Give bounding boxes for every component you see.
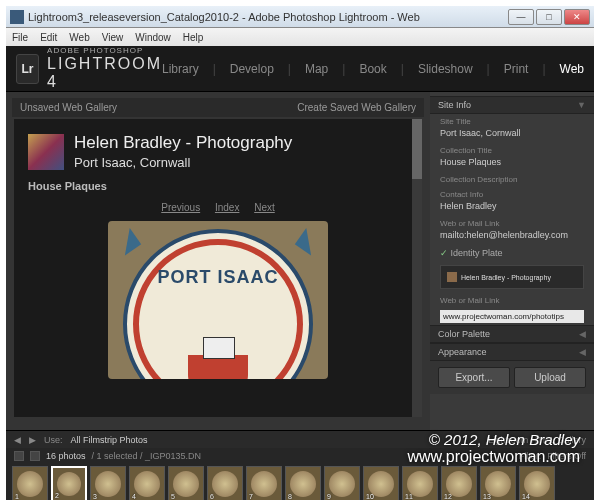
menu-window[interactable]: Window bbox=[135, 32, 171, 43]
template-name[interactable]: Lightroom HTML Gallery bbox=[488, 435, 586, 445]
gallery-status: Unsaved Web Gallery bbox=[20, 102, 117, 113]
thumb[interactable]: 14 bbox=[519, 466, 555, 500]
value-contact-info[interactable]: Helen Bradley bbox=[440, 199, 584, 213]
input-web-mail-link[interactable]: www.projectwoman.com/phototips bbox=[440, 310, 584, 323]
module-book[interactable]: Book bbox=[359, 62, 386, 76]
upload-button[interactable]: Upload bbox=[514, 367, 586, 388]
brand-line1: ADOBE PHOTOSHOP bbox=[47, 46, 162, 55]
preview-scrollbar[interactable] bbox=[412, 119, 422, 417]
thumb[interactable]: 12 bbox=[441, 466, 477, 500]
selection-info: / 1 selected / _IGP0135.DN bbox=[92, 451, 202, 461]
menu-bar: File Edit Web View Window Help bbox=[6, 28, 594, 46]
module-develop[interactable]: Develop bbox=[230, 62, 274, 76]
gallery-preview: Helen Bradley - Photography Port Isaac, … bbox=[14, 119, 422, 417]
photo-count: 16 photos bbox=[46, 451, 86, 461]
use-value[interactable]: All Filmstrip Photos bbox=[71, 435, 148, 445]
value-web-mail-link[interactable]: mailto:helen@helenbradley.com bbox=[440, 228, 584, 242]
minimize-button[interactable]: — bbox=[508, 9, 534, 25]
thumb[interactable]: 13 bbox=[480, 466, 516, 500]
panel-site-info[interactable]: Site Info bbox=[438, 100, 471, 110]
thumb[interactable]: 7 bbox=[246, 466, 282, 500]
export-button[interactable]: Export... bbox=[438, 367, 510, 388]
grid-icon[interactable] bbox=[14, 451, 24, 461]
gallery-collection: House Plaques bbox=[28, 180, 408, 192]
menu-edit[interactable]: Edit bbox=[40, 32, 57, 43]
thumb[interactable]: 8 bbox=[285, 466, 321, 500]
brand-line2: LIGHTROOM 4 bbox=[47, 55, 162, 91]
menu-view[interactable]: View bbox=[102, 32, 124, 43]
maximize-button[interactable]: □ bbox=[536, 9, 562, 25]
preview-image: ◢◢ PORT ISAAC bbox=[108, 221, 328, 379]
identity-plate-image bbox=[28, 134, 64, 170]
gallery-title: Helen Bradley - Photography bbox=[74, 133, 292, 153]
filmstrip[interactable]: 1 2 3 4 5 6 7 8 9 10 11 12 13 14 bbox=[6, 464, 594, 500]
label-contact-info: Contact Info bbox=[440, 190, 584, 199]
panel-appearance[interactable]: Appearance bbox=[438, 347, 487, 357]
menu-web[interactable]: Web bbox=[69, 32, 89, 43]
label-web-mail-link: Web or Mail Link bbox=[440, 219, 584, 228]
nav-back-icon[interactable]: ◀ bbox=[14, 435, 21, 445]
thumb[interactable]: 10 bbox=[363, 466, 399, 500]
menu-help[interactable]: Help bbox=[183, 32, 204, 43]
thumb[interactable]: 11 bbox=[402, 466, 438, 500]
nav-fwd-icon[interactable]: ▶ bbox=[29, 435, 36, 445]
label-web-mail-link2: Web or Mail Link bbox=[440, 296, 584, 305]
module-print[interactable]: Print bbox=[504, 62, 529, 76]
identity-plate-preview[interactable]: Helen Bradley - Photography bbox=[440, 265, 584, 289]
module-slideshow[interactable]: Slideshow bbox=[418, 62, 473, 76]
label-identity-plate: Identity Plate bbox=[451, 248, 503, 258]
close-button[interactable]: ✕ bbox=[564, 9, 590, 25]
app-logo: Lr bbox=[16, 54, 39, 84]
value-site-title[interactable]: Port Isaac, Cornwall bbox=[440, 126, 584, 140]
gallery-subtitle: Port Isaac, Cornwall bbox=[74, 155, 292, 170]
nav-previous[interactable]: Previous bbox=[161, 202, 200, 213]
module-library[interactable]: Library bbox=[162, 62, 199, 76]
thumb[interactable]: 2 bbox=[51, 466, 87, 500]
label-collection-desc: Collection Description bbox=[440, 175, 584, 184]
thumb[interactable]: 5 bbox=[168, 466, 204, 500]
module-map[interactable]: Map bbox=[305, 62, 328, 76]
use-label: Use: bbox=[44, 435, 63, 445]
create-saved-gallery-button[interactable]: Create Saved Web Gallery bbox=[297, 102, 416, 113]
module-web[interactable]: Web bbox=[560, 62, 584, 76]
thumb[interactable]: 9 bbox=[324, 466, 360, 500]
app-icon bbox=[10, 10, 24, 24]
filters-status[interactable]: Filters Off bbox=[547, 451, 586, 461]
menu-file[interactable]: File bbox=[12, 32, 28, 43]
thumb[interactable]: 1 bbox=[12, 466, 48, 500]
value-collection-title[interactable]: House Plaques bbox=[440, 155, 584, 169]
nav-index[interactable]: Index bbox=[215, 202, 239, 213]
thumb[interactable]: 6 bbox=[207, 466, 243, 500]
identity-plate-checkbox[interactable]: ✓ bbox=[440, 248, 448, 258]
view-icon[interactable] bbox=[30, 451, 40, 461]
thumb[interactable]: 3 bbox=[90, 466, 126, 500]
label-collection-title: Collection Title bbox=[440, 146, 584, 155]
label-site-title: Site Title bbox=[440, 117, 584, 126]
window-title: Lightroom3_releaseversion_Catalog2010-2 … bbox=[28, 11, 420, 23]
thumb[interactable]: 4 bbox=[129, 466, 165, 500]
panel-color-palette[interactable]: Color Palette bbox=[438, 329, 490, 339]
nav-next[interactable]: Next bbox=[254, 202, 275, 213]
filter-label: Filter: bbox=[519, 451, 542, 461]
